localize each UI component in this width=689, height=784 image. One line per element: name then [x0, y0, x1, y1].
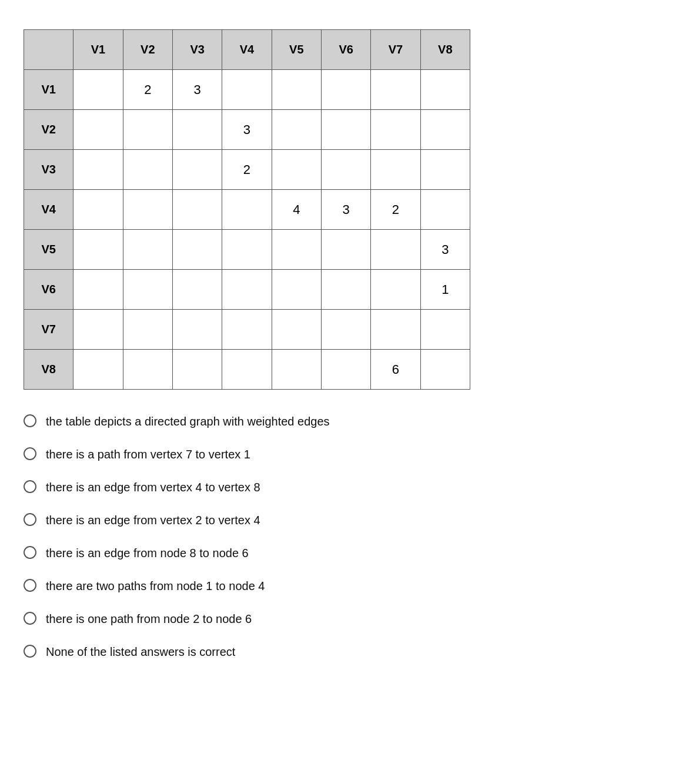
option-item-2[interactable]: there is a path from vertex 7 to vertex … [24, 446, 665, 463]
cell-v5-v3 [172, 230, 222, 270]
cell-v6-v5 [272, 270, 321, 310]
cell-v3-v5 [272, 150, 321, 190]
cell-v7-v6 [321, 310, 370, 350]
cell-v7-v8 [420, 310, 470, 350]
cell-v4-v6: 3 [321, 190, 370, 230]
option-item-1[interactable]: the table depicts a directed graph with … [24, 413, 665, 430]
answer-options: the table depicts a directed graph with … [24, 413, 665, 660]
cell-v1-v5 [272, 70, 321, 110]
row-header-v4: V4 [24, 190, 73, 230]
option-label-1: the table depicts a directed graph with … [46, 413, 330, 430]
matrix-table-container: V1V2V3V4V5V6V7V8 V123V23V32V4432V53V61V7… [24, 29, 665, 390]
cell-v2-v5 [272, 110, 321, 150]
option-label-3: there is an edge from vertex 4 to vertex… [46, 479, 260, 495]
option-label-6: there are two paths from node 1 to node … [46, 578, 265, 594]
cell-v7-v1 [73, 310, 123, 350]
cell-v8-v1 [73, 350, 123, 390]
option-checkbox-6[interactable] [24, 579, 36, 592]
option-item-4[interactable]: there is an edge from vertex 2 to vertex… [24, 512, 665, 528]
cell-v3-v2 [123, 150, 172, 190]
option-item-7[interactable]: there is one path from node 2 to node 6 [24, 611, 665, 627]
option-checkbox-1[interactable] [24, 414, 36, 427]
col-header-v1: V1 [73, 30, 123, 70]
row-header-v2: V2 [24, 110, 73, 150]
row-header-v3: V3 [24, 150, 73, 190]
option-label-4: there is an edge from vertex 2 to vertex… [46, 512, 260, 528]
option-label-8: None of the listed answers is correct [46, 644, 235, 660]
col-header-v3: V3 [172, 30, 222, 70]
table-column-headers: V1V2V3V4V5V6V7V8 [24, 30, 470, 70]
cell-v6-v6 [321, 270, 370, 310]
option-checkbox-2[interactable] [24, 447, 36, 460]
cell-v2-v2 [123, 110, 172, 150]
cell-v7-v3 [172, 310, 222, 350]
cell-v6-v2 [123, 270, 172, 310]
option-label-2: there is a path from vertex 7 to vertex … [46, 446, 250, 463]
corner-header [24, 30, 73, 70]
cell-v8-v3 [172, 350, 222, 390]
table-row: V53 [24, 230, 470, 270]
cell-v7-v4 [222, 310, 272, 350]
cell-v6-v4 [222, 270, 272, 310]
cell-v4-v1 [73, 190, 123, 230]
cell-v4-v2 [123, 190, 172, 230]
cell-v4-v5: 4 [272, 190, 321, 230]
option-item-3[interactable]: there is an edge from vertex 4 to vertex… [24, 479, 665, 495]
cell-v2-v4: 3 [222, 110, 272, 150]
cell-v6-v3 [172, 270, 222, 310]
option-item-8[interactable]: None of the listed answers is correct [24, 644, 665, 660]
cell-v3-v4: 2 [222, 150, 272, 190]
table-body: V123V23V32V4432V53V61V7V86 [24, 70, 470, 390]
cell-v1-v6 [321, 70, 370, 110]
adjacency-matrix-table: V1V2V3V4V5V6V7V8 V123V23V32V4432V53V61V7… [24, 29, 470, 390]
option-label-5: there is an edge from node 8 to node 6 [46, 545, 249, 561]
cell-v5-v6 [321, 230, 370, 270]
cell-v4-v7: 2 [371, 190, 420, 230]
cell-v8-v2 [123, 350, 172, 390]
cell-v3-v7 [371, 150, 420, 190]
cell-v3-v8 [420, 150, 470, 190]
cell-v5-v1 [73, 230, 123, 270]
cell-v8-v4 [222, 350, 272, 390]
cell-v1-v7 [371, 70, 420, 110]
cell-v6-v8: 1 [420, 270, 470, 310]
cell-v6-v1 [73, 270, 123, 310]
option-item-5[interactable]: there is an edge from node 8 to node 6 [24, 545, 665, 561]
row-header-v6: V6 [24, 270, 73, 310]
table-row: V23 [24, 110, 470, 150]
cell-v8-v8 [420, 350, 470, 390]
cell-v1-v4 [222, 70, 272, 110]
cell-v2-v3 [172, 110, 222, 150]
cell-v5-v7 [371, 230, 420, 270]
cell-v1-v1 [73, 70, 123, 110]
cell-v5-v2 [123, 230, 172, 270]
option-item-6[interactable]: there are two paths from node 1 to node … [24, 578, 665, 594]
cell-v1-v8 [420, 70, 470, 110]
col-header-v7: V7 [371, 30, 420, 70]
option-checkbox-8[interactable] [24, 645, 36, 658]
table-row: V4432 [24, 190, 470, 230]
col-header-v8: V8 [420, 30, 470, 70]
cell-v5-v8: 3 [420, 230, 470, 270]
cell-v2-v1 [73, 110, 123, 150]
table-row: V32 [24, 150, 470, 190]
row-header-v5: V5 [24, 230, 73, 270]
cell-v8-v5 [272, 350, 321, 390]
cell-v1-v2: 2 [123, 70, 172, 110]
cell-v6-v7 [371, 270, 420, 310]
col-header-v5: V5 [272, 30, 321, 70]
option-checkbox-4[interactable] [24, 513, 36, 526]
option-checkbox-5[interactable] [24, 546, 36, 559]
cell-v8-v6 [321, 350, 370, 390]
option-label-7: there is one path from node 2 to node 6 [46, 611, 252, 627]
col-header-v6: V6 [321, 30, 370, 70]
cell-v5-v4 [222, 230, 272, 270]
cell-v2-v6 [321, 110, 370, 150]
col-header-v4: V4 [222, 30, 272, 70]
option-checkbox-7[interactable] [24, 612, 36, 625]
row-header-v1: V1 [24, 70, 73, 110]
option-checkbox-3[interactable] [24, 480, 36, 493]
row-header-v7: V7 [24, 310, 73, 350]
table-row: V123 [24, 70, 470, 110]
table-row: V61 [24, 270, 470, 310]
